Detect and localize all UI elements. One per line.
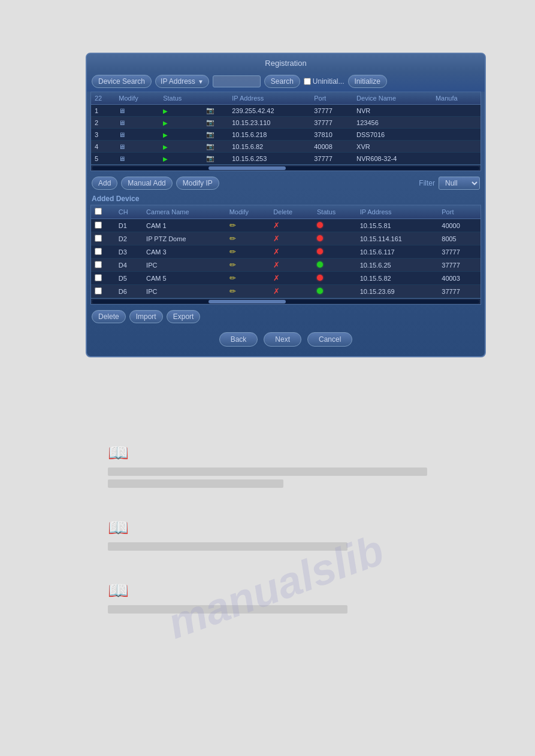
row-num: 3 <box>91 129 115 141</box>
added-col-status: Status <box>313 205 356 219</box>
col-status: Status <box>159 92 202 105</box>
row-port: 37777 <box>310 117 353 129</box>
added-row-check <box>91 285 115 298</box>
col-port: Port <box>310 92 353 105</box>
added-row-modify: ✏ <box>226 272 270 285</box>
row-num: 4 <box>91 141 115 153</box>
table-row: 2 🖥 ▶ 📷 10.15.23.110 37777 123456 <box>91 117 480 129</box>
table-row: 5 🖥 ▶ 📷 10.15.6.253 37777 NVR608-32-4 <box>91 153 480 165</box>
next-button[interactable]: Next <box>264 332 301 347</box>
ip-address-label: IP Address <box>161 77 195 86</box>
col-modify: Modify <box>115 92 159 105</box>
row-status: ▶ <box>159 105 202 117</box>
device-table-scrollbar[interactable] <box>91 165 480 171</box>
bottom-section-3: 📖 <box>108 581 427 614</box>
added-col-name: Camera Name <box>143 205 226 219</box>
row-manuf <box>432 129 480 141</box>
import-button[interactable]: Import <box>129 310 163 323</box>
row-video-icon: 📷 <box>202 105 228 117</box>
row-video-icon: 📷 <box>202 117 228 129</box>
manual-add-button[interactable]: Manual Add <box>121 177 172 190</box>
delete-button[interactable]: Delete <box>92 310 126 323</box>
table-row: 1 🖥 ▶ 📷 239.255.42.42 37777 NVR <box>91 105 480 117</box>
added-row-ch: D1 <box>115 219 143 232</box>
row-port: 40008 <box>310 141 353 153</box>
scrollbar-thumb <box>208 166 286 170</box>
row-ip: 10.15.6.82 <box>228 141 310 153</box>
added-row-ch: D4 <box>115 259 143 272</box>
search-bar: Device Search IP Address ▼ Search Uninit… <box>87 71 485 92</box>
row-modify-icon: 🖥 <box>115 117 159 129</box>
search-input[interactable] <box>213 75 261 87</box>
added-row-port: 8005 <box>438 232 480 245</box>
modify-ip-button[interactable]: Modify IP <box>176 177 219 190</box>
added-row-ch: D2 <box>115 232 143 245</box>
dropdown-arrow-icon: ▼ <box>198 78 204 85</box>
added-col-modify: Modify <box>226 205 270 219</box>
col-device-name: Device Name <box>353 92 432 105</box>
filter-dropdown[interactable]: Null <box>439 177 480 190</box>
added-row-ip: 10.15.114.161 <box>356 232 439 245</box>
row-modify-icon: 🖥 <box>115 105 159 117</box>
uninit-text: Uninitial... <box>313 77 344 86</box>
list-item: D5 CAM 5 ✏ ✗ 10.15.5.82 40003 <box>91 272 480 285</box>
dialog-title-text: Registration <box>265 59 306 68</box>
row-ip: 10.15.6.218 <box>228 129 310 141</box>
added-row-ch: D5 <box>115 272 143 285</box>
book-icon-2: 📖 <box>108 518 427 538</box>
back-button[interactable]: Back <box>219 332 258 347</box>
row-port: 37777 <box>310 105 353 117</box>
added-col-port: Port <box>438 205 480 219</box>
added-select-all[interactable] <box>95 208 102 215</box>
added-table-scrollbar[interactable] <box>91 298 480 304</box>
device-table-container: 22 Modify Status IP Address Port Device … <box>90 92 481 171</box>
added-col-delete: Delete <box>270 205 313 219</box>
added-row-check <box>91 232 115 245</box>
added-row-port: 37777 <box>438 245 480 259</box>
row-device-name: DSS7016 <box>353 129 432 141</box>
row-ip: 239.255.42.42 <box>228 105 310 117</box>
row-port: 37810 <box>310 129 353 141</box>
added-row-status <box>313 259 356 272</box>
added-row-name: CAM 5 <box>143 272 226 285</box>
initialize-button[interactable]: Initialize <box>348 75 387 88</box>
row-manuf <box>432 105 480 117</box>
added-row-port: 37777 <box>438 259 480 272</box>
add-button[interactable]: Add <box>92 177 117 190</box>
row-num: 2 <box>91 117 115 129</box>
footer-bar: Back Next Cancel <box>87 326 485 349</box>
added-row-ch: D6 <box>115 285 143 298</box>
book-icon-3: 📖 <box>108 581 427 600</box>
device-table: 22 Modify Status IP Address Port Device … <box>91 92 480 165</box>
export-button[interactable]: Export <box>167 310 201 323</box>
search-button[interactable]: Search <box>264 75 300 88</box>
row-modify-icon: 🖥 <box>115 153 159 165</box>
device-search-button[interactable]: Device Search <box>92 75 152 88</box>
added-row-delete: ✗ <box>270 245 313 259</box>
ip-address-dropdown[interactable]: IP Address ▼ <box>155 75 209 88</box>
added-row-name: CAM 3 <box>143 245 226 259</box>
bottom-section-1: 📖 <box>108 443 427 488</box>
page-wrapper: Registration Device Search IP Address ▼ … <box>0 0 535 756</box>
added-device-section: CH Camera Name Modify Delete Status IP A… <box>90 205 481 305</box>
bottom-bar: Delete Import Export <box>87 307 485 326</box>
added-col-ch: CH <box>115 205 143 219</box>
added-row-modify: ✏ <box>226 285 270 298</box>
row-ip: 10.15.23.110 <box>228 117 310 129</box>
cancel-button[interactable]: Cancel <box>307 332 352 347</box>
uninit-checkbox[interactable] <box>304 78 311 85</box>
added-row-name: IPC <box>143 259 226 272</box>
added-row-name: CAM 1 <box>143 219 226 232</box>
row-device-name: XVR <box>353 141 432 153</box>
added-row-status <box>313 232 356 245</box>
added-scrollbar-thumb <box>208 300 286 303</box>
added-row-delete: ✗ <box>270 272 313 285</box>
added-row-name: IP PTZ Dome <box>143 232 226 245</box>
row-manuf <box>432 141 480 153</box>
table-row: 4 🖥 ▶ 📷 10.15.6.82 40008 XVR <box>91 141 480 153</box>
added-row-status <box>313 245 356 259</box>
row-modify-icon: 🖥 <box>115 141 159 153</box>
bottom-sections: 📖 📖 📖 <box>0 443 535 643</box>
row-num: 5 <box>91 153 115 165</box>
added-row-delete: ✗ <box>270 219 313 232</box>
